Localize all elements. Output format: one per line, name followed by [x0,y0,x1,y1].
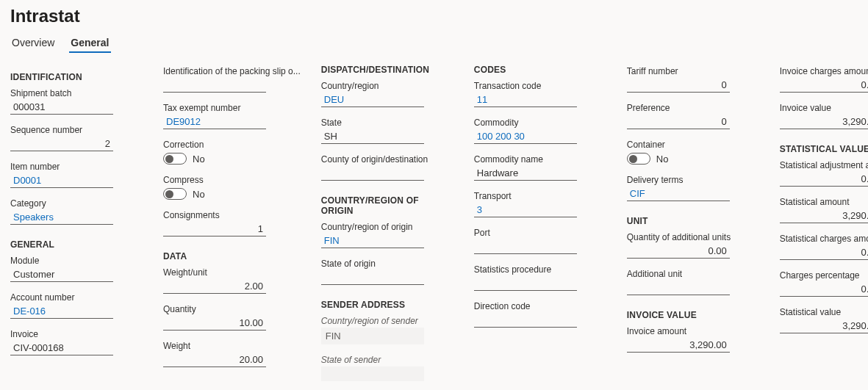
transport-input[interactable]: 3 [474,203,577,217]
invoice-charges-amount-input[interactable]: 0.00 [780,78,868,93]
label-quantity: Quantity [163,304,301,314]
label-stat-amount: Statistical amount [780,197,868,207]
tab-overview[interactable]: Overview [10,34,56,53]
container-toggle-label: No [656,154,669,165]
label-packing-slip-id: Identification of the packing slip o... [163,66,301,76]
label-module: Module [10,256,143,266]
section-general: GENERAL [10,239,143,250]
correction-toggle-label: No [193,154,205,165]
commodity-input[interactable]: 100 200 30 [474,129,577,144]
shipment-batch-input[interactable]: 000031 [10,100,113,115]
state-input[interactable]: SH [321,129,424,144]
section-dispatch: DISPATCH/DESTINATION [321,65,453,75]
direction-code-input[interactable] [474,313,577,328]
label-invoice-amount: Invoice amount [627,326,759,336]
invoice-value-input[interactable]: 3,290.00 [780,115,868,129]
label-country-region: Country/region [321,81,453,91]
country-region-sender-input: FIN [321,328,424,344]
section-unit: UNIT [627,216,759,226]
label-state-of-sender: State of sender [321,355,453,365]
statistics-procedure-input[interactable] [474,276,577,291]
account-number-input[interactable]: DE-016 [10,304,113,319]
label-delivery-terms: Delivery terms [627,175,759,185]
label-stat-value: Statistical value [780,307,868,317]
label-state: State [321,118,453,128]
county-origin-dest-input[interactable] [321,166,424,181]
label-stat-adjustment-amount: Statistical adjustment amount [780,160,868,170]
label-invoice-value: Invoice value [780,103,868,113]
consignments-input[interactable]: 1 [163,222,266,236]
label-account-number: Account number [10,292,143,303]
label-invoice: Invoice [10,329,143,339]
invoice-input[interactable]: CIV-000168 [10,341,113,355]
label-item-number: Item number [10,162,143,172]
label-shipment-batch: Shipment batch [10,88,143,98]
label-tariff-number: Tariff number [627,66,759,76]
label-tax-exempt-number: Tax exempt number [163,103,301,113]
label-statistics-procedure: Statistics procedure [474,264,606,275]
tab-general[interactable]: General [69,34,110,53]
container-toggle[interactable] [627,153,650,165]
port-input[interactable] [474,239,577,254]
additional-unit-input[interactable] [627,281,730,295]
label-qty-additional-units: Quantity of additional units [627,232,759,242]
tariff-number-input[interactable]: 0 [627,78,730,93]
label-state-of-origin: State of origin [321,259,453,269]
label-charges-percentage: Charges percentage [780,270,868,281]
stat-value-input[interactable]: 3,290.00 [780,319,868,333]
country-region-input[interactable]: DEU [321,93,424,107]
module-input[interactable]: Customer [10,267,113,282]
label-preference: Preference [627,103,759,113]
section-sender-address: SENDER ADDRESS [321,300,453,310]
weight-input[interactable]: 20.00 [163,353,266,367]
label-weight-unit: Weight/unit [163,267,301,278]
sequence-number-input[interactable]: 2 [10,137,113,151]
label-country-region-sender: Country/region of sender [321,316,453,326]
page-title: Intrastat [10,6,858,26]
section-data: DATA [163,251,301,261]
correction-toggle[interactable] [163,153,187,165]
stat-amount-input[interactable]: 3,290.00 [780,209,868,223]
section-codes: CODES [474,65,606,75]
label-commodity: Commodity [474,118,606,128]
label-consignments: Consignments [163,210,301,220]
delivery-terms-input[interactable]: CIF [627,187,730,201]
preference-input[interactable]: 0 [627,115,730,129]
label-compress: Compress [163,175,301,185]
commodity-name-input[interactable]: Hardware [474,166,577,181]
section-statistical-value: STATISTICAL VALUE [780,144,868,154]
invoice-amount-input[interactable]: 3,290.00 [627,338,730,353]
country-region-origin-input[interactable]: FIN [321,234,424,248]
tax-exempt-number-input[interactable]: DE9012 [163,115,266,129]
transaction-code-input[interactable]: 11 [474,93,577,107]
quantity-input[interactable]: 10.00 [163,316,266,331]
label-weight: Weight [163,341,301,351]
compress-toggle-label: No [193,189,205,200]
packing-slip-id-input[interactable] [163,78,266,93]
category-input[interactable]: Speakers [10,210,113,225]
state-of-origin-input[interactable] [321,270,424,285]
label-container: Container [627,140,759,150]
compress-toggle[interactable] [163,188,187,200]
tabs: Overview General [10,34,858,53]
weight-unit-input[interactable]: 2.00 [163,279,266,294]
label-county-origin-dest: County of origin/destination [321,154,453,165]
section-identification: IDENTIFICATION [10,72,143,82]
section-invoice-value: INVOICE VALUE [627,310,759,320]
label-port: Port [474,228,606,238]
section-country-origin: COUNTRY/REGION OF ORIGIN [321,195,453,216]
label-correction: Correction [163,140,301,150]
label-direction-code: Direction code [474,301,606,311]
qty-additional-units-input[interactable]: 0.00 [627,244,730,259]
stat-charges-amount-input[interactable]: 0.00 [780,245,868,260]
label-invoice-charges-amount: Invoice charges amount [780,66,868,76]
item-number-input[interactable]: D0001 [10,173,113,188]
label-additional-unit: Additional unit [627,269,759,279]
label-transport: Transport [474,191,606,201]
label-country-region-origin: Country/region of origin [321,222,453,232]
label-commodity-name: Commodity name [474,154,606,165]
label-transaction-code: Transaction code [474,81,606,91]
state-of-sender-input [321,366,424,381]
charges-percentage-input[interactable]: 0.00 [780,282,868,297]
stat-adjustment-amount-input[interactable]: 0.00 [780,172,868,187]
